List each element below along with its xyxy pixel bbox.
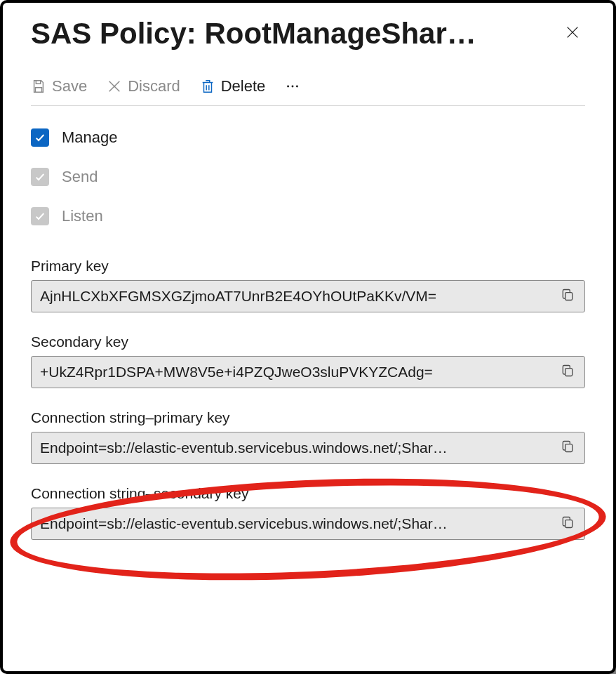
delete-button[interactable]: Delete xyxy=(200,77,266,95)
checkbox-disabled-icon xyxy=(31,168,49,186)
conn-primary-label: Connection string–primary key xyxy=(31,409,585,426)
copy-conn-primary-button[interactable] xyxy=(558,438,577,458)
primary-key-label: Primary key xyxy=(31,258,585,275)
svg-rect-5 xyxy=(565,444,573,452)
svg-point-2 xyxy=(296,86,298,88)
primary-key-field: Primary key AjnHLCXbXFGMSXGZjmoAT7UnrB2E… xyxy=(31,258,585,312)
conn-secondary-field: Connection string–secondary key Endpoint… xyxy=(31,485,585,540)
discard-button: Discard xyxy=(107,77,180,95)
save-button: Save xyxy=(31,77,87,95)
toolbar: Save Discard Delete xyxy=(31,77,585,106)
copy-icon xyxy=(561,288,575,305)
svg-point-0 xyxy=(287,86,289,88)
copy-secondary-key-button[interactable] xyxy=(558,362,577,382)
copy-icon xyxy=(561,440,575,456)
close-button[interactable] xyxy=(560,21,585,46)
claim-listen-label: Listen xyxy=(62,207,103,225)
conn-secondary-box: Endpoint=sb://elastic-eventub.servicebus… xyxy=(31,508,585,540)
claim-listen: Listen xyxy=(31,207,585,225)
claim-send: Send xyxy=(31,168,585,186)
secondary-key-value[interactable]: +UkZ4Rpr1DSPA+MW8V5e+i4PZQJweO3sluPVKYZC… xyxy=(40,364,552,381)
sas-policy-panel: SAS Policy: RootManageShar… Save Discard… xyxy=(0,0,616,674)
copy-icon xyxy=(561,515,575,532)
keys-section: Primary key AjnHLCXbXFGMSXGZjmoAT7UnrB2E… xyxy=(31,258,585,540)
panel-header: SAS Policy: RootManageShar… xyxy=(31,17,585,51)
copy-primary-key-button[interactable] xyxy=(558,286,577,306)
primary-key-box: AjnHLCXbXFGMSXGZjmoAT7UnrB2E4OYhOUtPaKKv… xyxy=(31,280,585,312)
copy-icon xyxy=(561,364,575,381)
secondary-key-field: Secondary key +UkZ4Rpr1DSPA+MW8V5e+i4PZQ… xyxy=(31,333,585,388)
more-icon xyxy=(285,79,300,94)
discard-icon xyxy=(107,79,122,94)
delete-label: Delete xyxy=(221,77,266,95)
conn-primary-value[interactable]: Endpoint=sb://elastic-eventub.servicebus… xyxy=(40,440,552,456)
claims-section: Manage Send Listen xyxy=(31,128,585,225)
save-label: Save xyxy=(52,77,87,95)
conn-primary-field: Connection string–primary key Endpoint=s… xyxy=(31,409,585,464)
secondary-key-box: +UkZ4Rpr1DSPA+MW8V5e+i4PZQJweO3sluPVKYZC… xyxy=(31,356,585,388)
discard-label: Discard xyxy=(128,77,180,95)
conn-secondary-value[interactable]: Endpoint=sb://elastic-eventub.servicebus… xyxy=(40,515,552,532)
svg-rect-3 xyxy=(565,293,573,300)
primary-key-value[interactable]: AjnHLCXbXFGMSXGZjmoAT7UnrB2E4OYhOUtPaKKv… xyxy=(40,288,552,305)
delete-icon xyxy=(200,79,215,94)
panel-title: SAS Policy: RootManageShar… xyxy=(31,17,560,51)
svg-point-1 xyxy=(292,86,294,88)
secondary-key-label: Secondary key xyxy=(31,333,585,350)
claim-send-label: Send xyxy=(62,168,98,186)
claim-manage[interactable]: Manage xyxy=(31,128,585,147)
checkbox-disabled-icon xyxy=(31,207,49,225)
checkbox-checked-icon xyxy=(31,128,49,147)
conn-primary-box: Endpoint=sb://elastic-eventub.servicebus… xyxy=(31,432,585,464)
svg-rect-4 xyxy=(565,369,573,376)
copy-conn-secondary-button[interactable] xyxy=(558,514,577,534)
conn-secondary-label: Connection string–secondary key xyxy=(31,485,585,502)
svg-rect-6 xyxy=(565,520,573,528)
close-icon xyxy=(565,25,580,43)
save-icon xyxy=(31,79,46,94)
claim-manage-label: Manage xyxy=(62,128,118,147)
more-button[interactable] xyxy=(285,79,300,94)
